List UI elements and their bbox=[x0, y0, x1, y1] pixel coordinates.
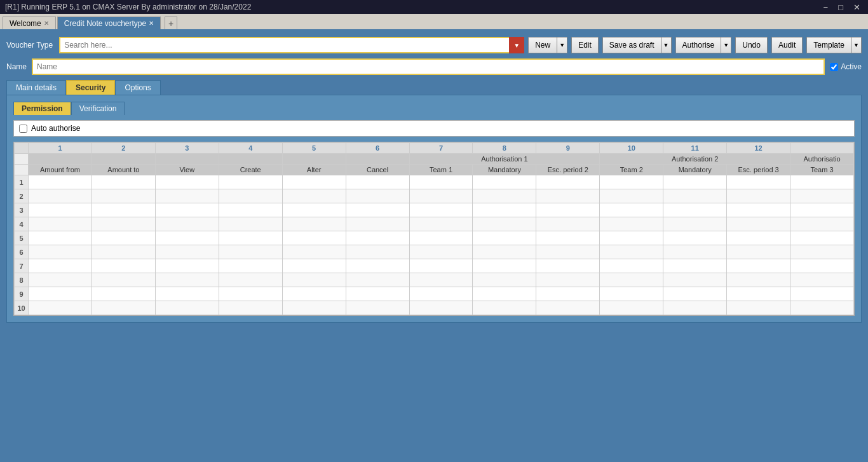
table-cell[interactable] bbox=[790, 203, 854, 217]
table-cell[interactable] bbox=[663, 301, 727, 315]
table-cell[interactable] bbox=[92, 287, 155, 301]
table-cell[interactable] bbox=[92, 273, 155, 287]
table-cell[interactable] bbox=[409, 273, 473, 287]
table-cell[interactable] bbox=[600, 217, 663, 231]
table-cell[interactable] bbox=[409, 175, 473, 189]
tab-security[interactable]: Security bbox=[66, 80, 115, 95]
table-cell[interactable] bbox=[663, 189, 727, 203]
table-cell[interactable] bbox=[346, 189, 409, 203]
table-cell[interactable] bbox=[155, 245, 219, 259]
table-cell[interactable] bbox=[92, 259, 155, 273]
table-cell[interactable] bbox=[663, 287, 727, 301]
table-cell[interactable] bbox=[282, 175, 346, 189]
table-cell[interactable] bbox=[473, 217, 536, 231]
table-cell[interactable] bbox=[29, 217, 92, 231]
table-cell[interactable] bbox=[282, 245, 346, 259]
table-cell[interactable] bbox=[473, 189, 536, 203]
table-cell[interactable] bbox=[282, 287, 346, 301]
table-cell[interactable] bbox=[346, 287, 409, 301]
table-cell[interactable] bbox=[29, 203, 92, 217]
search-input[interactable] bbox=[59, 37, 524, 53]
table-cell[interactable] bbox=[219, 203, 282, 217]
table-cell[interactable] bbox=[282, 217, 346, 231]
table-cell[interactable] bbox=[790, 287, 854, 301]
table-cell[interactable] bbox=[282, 301, 346, 315]
table-cell[interactable] bbox=[536, 287, 600, 301]
table-cell[interactable] bbox=[663, 203, 727, 217]
table-cell[interactable] bbox=[536, 273, 600, 287]
table-cell[interactable] bbox=[155, 301, 219, 315]
table-cell[interactable] bbox=[155, 217, 219, 231]
table-cell[interactable] bbox=[219, 245, 282, 259]
table-cell[interactable] bbox=[409, 245, 473, 259]
table-cell[interactable] bbox=[600, 259, 663, 273]
table-cell[interactable] bbox=[536, 231, 600, 245]
table-cell[interactable] bbox=[790, 231, 854, 245]
table-cell[interactable] bbox=[92, 301, 155, 315]
table-cell[interactable] bbox=[155, 203, 219, 217]
sub-tab-permission[interactable]: Permission bbox=[13, 102, 71, 115]
table-cell[interactable] bbox=[29, 273, 92, 287]
edit-button[interactable]: Edit bbox=[571, 37, 599, 53]
table-cell[interactable] bbox=[155, 189, 219, 203]
table-cell[interactable] bbox=[92, 231, 155, 245]
table-cell[interactable] bbox=[92, 203, 155, 217]
table-cell[interactable] bbox=[29, 245, 92, 259]
table-cell[interactable] bbox=[600, 273, 663, 287]
table-cell[interactable] bbox=[727, 273, 790, 287]
table-cell[interactable] bbox=[282, 203, 346, 217]
table-cell[interactable] bbox=[790, 273, 854, 287]
table-cell[interactable] bbox=[92, 175, 155, 189]
table-cell[interactable] bbox=[282, 231, 346, 245]
table-cell[interactable] bbox=[155, 231, 219, 245]
tab-welcome-close[interactable]: ✕ bbox=[44, 20, 49, 27]
auto-authorise-checkbox[interactable] bbox=[19, 125, 27, 133]
table-cell[interactable] bbox=[473, 273, 536, 287]
table-cell[interactable] bbox=[536, 301, 600, 315]
tab-welcome[interactable]: Welcome ✕ bbox=[3, 17, 56, 29]
table-cell[interactable] bbox=[600, 231, 663, 245]
table-cell[interactable] bbox=[727, 203, 790, 217]
table-cell[interactable] bbox=[219, 231, 282, 245]
table-cell[interactable] bbox=[409, 301, 473, 315]
sub-tab-verification[interactable]: Verification bbox=[71, 102, 125, 115]
table-cell[interactable] bbox=[346, 245, 409, 259]
table-cell[interactable] bbox=[155, 287, 219, 301]
table-cell[interactable] bbox=[409, 259, 473, 273]
table-cell[interactable] bbox=[727, 217, 790, 231]
table-cell[interactable] bbox=[282, 273, 346, 287]
table-cell[interactable] bbox=[29, 189, 92, 203]
table-cell[interactable] bbox=[663, 245, 727, 259]
table-cell[interactable] bbox=[29, 231, 92, 245]
table-cell[interactable] bbox=[219, 301, 282, 315]
table-cell[interactable] bbox=[473, 203, 536, 217]
table-cell[interactable] bbox=[663, 259, 727, 273]
table-cell[interactable] bbox=[409, 287, 473, 301]
audit-button[interactable]: Audit bbox=[771, 37, 803, 53]
authorise-dropdown[interactable]: ▼ bbox=[721, 37, 731, 53]
table-cell[interactable] bbox=[409, 189, 473, 203]
table-cell[interactable] bbox=[409, 217, 473, 231]
table-cell[interactable] bbox=[29, 259, 92, 273]
table-cell[interactable] bbox=[92, 189, 155, 203]
table-cell[interactable] bbox=[29, 175, 92, 189]
table-cell[interactable] bbox=[790, 175, 854, 189]
new-dropdown-button[interactable]: ▼ bbox=[557, 37, 567, 53]
minimize-button[interactable]: − bbox=[821, 3, 831, 12]
tab-credit-note-close[interactable]: ✕ bbox=[149, 20, 154, 27]
table-cell[interactable] bbox=[155, 175, 219, 189]
table-cell[interactable] bbox=[727, 287, 790, 301]
table-cell[interactable] bbox=[727, 245, 790, 259]
table-cell[interactable] bbox=[92, 217, 155, 231]
table-cell[interactable] bbox=[600, 287, 663, 301]
save-as-draft-dropdown[interactable]: ▼ bbox=[661, 37, 672, 53]
table-cell[interactable] bbox=[536, 245, 600, 259]
table-cell[interactable] bbox=[790, 217, 854, 231]
table-cell[interactable] bbox=[282, 189, 346, 203]
table-cell[interactable] bbox=[219, 217, 282, 231]
table-cell[interactable] bbox=[790, 259, 854, 273]
active-checkbox[interactable] bbox=[830, 63, 838, 71]
table-cell[interactable] bbox=[473, 231, 536, 245]
table-cell[interactable] bbox=[536, 203, 600, 217]
table-cell[interactable] bbox=[473, 259, 536, 273]
